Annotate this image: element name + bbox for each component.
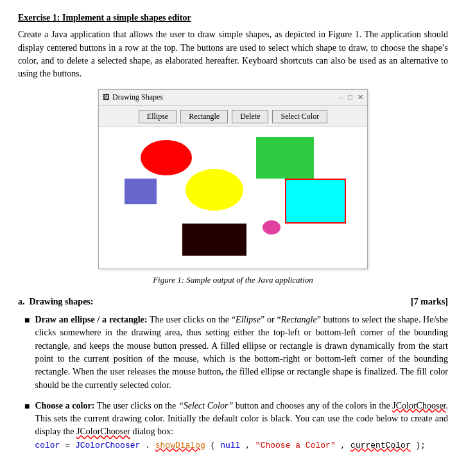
list-item-draw: ■ Draw an ellipse / a rectangle: The use… [24, 313, 448, 392]
delete-button[interactable]: Delete [232, 110, 268, 123]
window-app-icon: 🖼 [103, 93, 110, 103]
shape-rect-cyan [285, 179, 346, 224]
figure-caption: Figure 1: Sample output of the Java appl… [18, 274, 448, 286]
intro-text: Create a Java application that allows th… [18, 28, 448, 80]
draw-text: The user clicks on the “Ellipse” or “Rec… [35, 315, 448, 389]
code-var-color: color [35, 441, 60, 450]
draw-ellipse-content: Draw an ellipse / a rectangle: The user … [35, 313, 448, 392]
exercise-title: Exercise 1: Implement a simple shapes ed… [18, 12, 448, 24]
choose-color-content: Choose a color: The user clicks on the “… [35, 400, 448, 452]
shape-ellipse-yellow [186, 169, 243, 211]
code-method: showDialog [155, 441, 205, 450]
shape-rect-green [256, 137, 314, 179]
choose-color-heading: Choose a color: [35, 401, 94, 410]
minimize-button[interactable]: – [340, 93, 343, 103]
drawing-shapes-window: 🖼 Drawing Shapes – □ ✕ Ellipse Rectangle… [98, 89, 368, 269]
code-null: null [220, 441, 240, 450]
section-a-header: a. Drawing shapes: [7 marks] [18, 295, 448, 308]
window-controls: – □ ✕ [340, 93, 363, 103]
list-item-color: ■ Choose a color: The user clicks on the… [24, 400, 448, 452]
code-string: "Choose a Color" [255, 441, 336, 450]
toolbar-buttons-row: Ellipse Rectangle Delete Select Color [99, 106, 367, 127]
code-current-color: currentColor [350, 441, 411, 450]
drawing-canvas[interactable] [99, 127, 367, 269]
window-title-text: Drawing Shapes [112, 92, 337, 103]
bullet-list: ■ Draw an ellipse / a rectangle: The use… [18, 313, 448, 452]
window-mockup: 🖼 Drawing Shapes – □ ✕ Ellipse Rectangle… [18, 89, 448, 269]
maximize-button[interactable]: □ [348, 93, 352, 103]
ellipse-button[interactable]: Ellipse [139, 110, 177, 123]
code-class-jcc: JColorChooser [75, 441, 140, 450]
jcolor-chooser-ref2: JColorChooser [76, 427, 130, 436]
close-button[interactable]: ✕ [358, 93, 363, 103]
shape-ellipse-pink [263, 220, 280, 234]
bullet-symbol-1: ■ [24, 314, 30, 327]
bullet-symbol-2: ■ [24, 400, 30, 413]
choose-color-text: The user clicks on the “Select Color” bu… [35, 401, 448, 437]
shape-rect-blue [125, 179, 157, 204]
select-color-button[interactable]: Select Color [272, 110, 327, 123]
draw-heading: Draw an ellipse / a rectangle: [35, 315, 147, 324]
shape-rect-dark [182, 224, 246, 256]
jcolor-chooser-ref1: JColorChooser [392, 401, 445, 410]
section-a-marks: [7 marks] [411, 295, 448, 308]
window-titlebar: 🖼 Drawing Shapes – □ ✕ [99, 90, 367, 105]
shape-ellipse-red [141, 140, 192, 175]
code-line: color = JColorChooser . showDialog ( nul… [35, 441, 426, 450]
rectangle-button[interactable]: Rectangle [180, 110, 228, 123]
section-a-label: a. Drawing shapes: [18, 295, 93, 308]
